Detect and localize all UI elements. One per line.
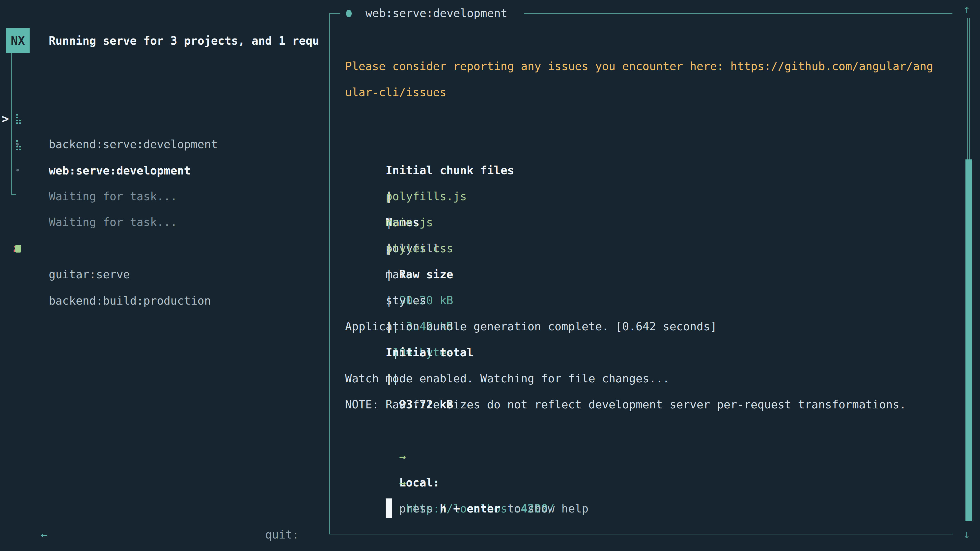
table-header-files: Initial chunk files [386, 157, 521, 183]
task-label: backend:build:production [49, 288, 211, 314]
terminal-cursor [386, 499, 392, 518]
output-line-bundle-complete: Application bundle generation complete. … [345, 313, 953, 340]
panel-border-top-line [524, 13, 953, 14]
keyboard-hints: quit: q help: ? [0, 495, 306, 522]
task-status-bullet-icon [346, 10, 352, 17]
dot-icon [16, 143, 19, 146]
output-line-local-url: → Local: http://localhost:4200/ [345, 418, 953, 444]
dot-icon [16, 169, 19, 171]
task-row-waiting-2[interactable]: Waiting for task... [0, 157, 327, 183]
arrow-right-icon: → [399, 476, 406, 489]
output-blank-row [345, 105, 953, 131]
table-total-label: Initial total [386, 340, 480, 365]
panel-border-bottom [329, 534, 953, 534]
output-line-note: NOTE: Raw file sizes do not reflect deve… [345, 392, 953, 418]
table-header-row: Initial chunk files | Names | Raw size [345, 131, 953, 157]
output-line-issues-1: Please consider reporting any issues you… [345, 53, 953, 79]
scrollbar-thumb[interactable] [966, 159, 972, 521]
app-title: Running serve for 3 projects, and 1 requ [49, 28, 327, 54]
scroll-up-icon[interactable]: ↑ [963, 0, 970, 18]
task-label: Waiting for task... [49, 183, 177, 210]
output-line-issues-2: ular-cli/issues [345, 79, 953, 105]
nx-terminal-ui: NX Running serve for 3 projects, and 1 r… [0, 0, 980, 551]
pager-prev-icon[interactable]: ← [41, 528, 48, 541]
chunk-file: main.js [386, 210, 521, 235]
help-hint-prefix: press [399, 502, 440, 515]
panel-title: web:serve:development [366, 0, 508, 26]
task-row-web-serve[interactable]: ⣧ web:serve:development [0, 106, 327, 132]
arrow-right-icon: → [399, 450, 406, 463]
task-row-guitar-serve[interactable]: ✘ guitar:serve [0, 210, 327, 235]
chunk-file: styles.css [386, 235, 521, 262]
nx-logo: NX [6, 28, 30, 53]
scrollbar-track[interactable] [967, 18, 970, 159]
output-line-help-hint: → press h + enter to show help [345, 444, 953, 470]
task-row-backend-build[interactable]: backend:build:production [0, 236, 327, 262]
quit-hint-label: quit: [265, 528, 306, 541]
scroll-down-icon[interactable]: ↓ [963, 525, 970, 543]
chunk-file: polyfills.js [386, 183, 521, 210]
help-hint-suffix: to show help [501, 502, 588, 515]
terminal-output: Please consider reporting any issues you… [345, 53, 953, 495]
output-line-watch-mode: Watch mode enabled. Watching for file ch… [345, 365, 953, 392]
panel-border-left [329, 13, 330, 534]
task-row-backend-serve[interactable]: ⣧ backend:serve:development [0, 79, 327, 105]
help-hint-keys: h + enter [440, 502, 501, 515]
square-icon [15, 245, 21, 252]
table-pipe: | [386, 262, 399, 287]
chunk-name: main [386, 262, 480, 287]
task-row-waiting-1[interactable]: Waiting for task... [0, 131, 327, 157]
task-label: guitar:serve [49, 262, 130, 287]
panel-border-top-stub [329, 13, 340, 14]
